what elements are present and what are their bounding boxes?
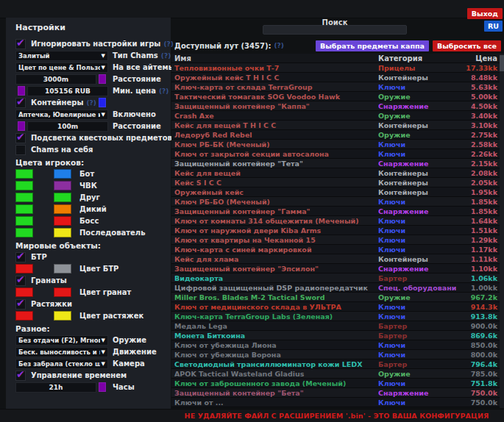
loot-filter-label: Включено: [113, 110, 156, 118]
search-input[interactable]: [263, 25, 407, 35]
follower-color-swatch-2[interactable]: [54, 228, 71, 237]
loot-row[interactable]: Тактический томагавк SOG Voodoo HawkОруж…: [171, 92, 500, 101]
language-button[interactable]: RU: [484, 21, 503, 32]
loot-filter-value: Аптечка, Ювелирные и...: [18, 111, 100, 118]
min-price-color-swatch[interactable]: [18, 86, 25, 96]
loot-row[interactable]: Светодиодный трансиллюминатор кожи LEDXБ…: [171, 360, 500, 369]
grenades-checkbox[interactable]: [15, 276, 26, 286]
pmc-color-swatch-2[interactable]: [54, 181, 71, 190]
loot-row[interactable]: Тепловизионные очки Т-7Прицелы17.33kk: [171, 63, 500, 73]
loot-row[interactable]: Ключ от убежища ВоронаКлючи800.0k: [171, 350, 500, 360]
grenade-color-swatch-1[interactable]: [15, 287, 33, 297]
loot-row[interactable]: Ключ от убежища ЛионаКлючи850.0k: [171, 340, 500, 350]
tripwire-color-swatch-1[interactable]: [15, 311, 33, 321]
camera-mode-select[interactable]: Без забрала (стекло шлема)▼: [15, 359, 108, 369]
quest-highlight: Подсветка квестовых предметов: [15, 133, 166, 143]
bot-color-swatch-2[interactable]: [54, 169, 71, 179]
boss-color-swatch-2[interactable]: [54, 216, 71, 226]
btr-checkbox[interactable]: [15, 252, 26, 262]
loot-item-category: Бартер: [378, 322, 456, 330]
btr-color-swatch-2[interactable]: [54, 264, 71, 273]
loot-row[interactable]: Защищенный контейнер "Бета"Снаряжение750…: [171, 388, 500, 398]
friend-color-swatch-1[interactable]: [15, 193, 33, 202]
ignore-game-settings-checkbox[interactable]: [15, 39, 26, 49]
loot-row[interactable]: Кейс для хламаКонтейнеры1.11kk: [171, 254, 500, 264]
scav-color-swatch-2[interactable]: [54, 204, 71, 214]
movement-mode-select[interactable]: Беск. выносливость и нет уста▼: [15, 347, 108, 357]
loot-row[interactable]: Защищенный контейнер "Эпсилон"Снаряжение…: [171, 264, 500, 273]
boss-color-swatch-1[interactable]: [15, 216, 33, 226]
loot-row[interactable]: Кейс для вещей T H I C CКонтейнеры3.10kk: [171, 121, 500, 130]
tripwires-checkbox[interactable]: [15, 299, 26, 310]
loot-row[interactable]: Miller Bros. Blades M-2 Tactical SwordОр…: [171, 293, 500, 302]
loot-item-name: Ледоруб Red Rebel: [174, 131, 378, 139]
color-mode-select[interactable]: Цвет по цене & Пользователь▼: [15, 62, 108, 73]
min-price-input[interactable]: [27, 86, 108, 96]
loot-row[interactable]: Ключ-карта с синей маркировкойКлючи1.17k…: [171, 245, 500, 254]
loot-row[interactable]: Цифровой защищенный DSP радиопередатчикС…: [171, 283, 500, 293]
loot-row[interactable]: Защищенный контейнер "Гамма"Снаряжение1.…: [171, 207, 500, 216]
drop-all-button[interactable]: Выбросить все: [433, 40, 501, 51]
loot-row[interactable]: Ключ РБ-БО (Меченый)Ключи1.85kk: [171, 197, 500, 207]
loot-item-category: Ключи: [378, 312, 456, 321]
loot-item-price: 8.48kk: [456, 74, 497, 82]
containers-checkbox[interactable]: [15, 98, 26, 108]
loot-scrollbar[interactable]: [500, 54, 504, 408]
loot-row[interactable]: APOK Tactical Wasteland GladiusОружие785…: [171, 369, 500, 379]
chams-type-select[interactable]: Залитый▼: [15, 51, 108, 61]
quest-highlight-checkbox[interactable]: [15, 133, 26, 143]
loot-item-price: 5.63kk: [456, 83, 497, 91]
loot-row[interactable]: Ключ от комнаты 314 общежития (Меченый)К…: [171, 216, 500, 226]
loot-row[interactable]: Оружейный кейс T H I C CКонтейнеры8.48kk: [171, 73, 500, 82]
hours-color-swatch[interactable]: [99, 382, 106, 392]
loot-filter-select[interactable]: Аптечка, Ювелирные и...▼: [15, 110, 108, 120]
loot-row[interactable]: Ключ-карта TerraGroup Labs (Зеленая)Ключ…: [171, 312, 500, 321]
tripwire-color-swatch-2[interactable]: [54, 311, 71, 321]
loot-row[interactable]: Монета БиткоинаБартер869.6k: [171, 331, 500, 340]
loot-row[interactable]: ВидеокартаБартер1.06kk: [171, 273, 500, 283]
loot-row[interactable]: Кейс для вещейКонтейнеры2.08kk: [171, 168, 500, 178]
loot-row[interactable]: Ледоруб Red RebelОружие2.75kk: [171, 130, 500, 140]
follower-color-swatch-1[interactable]: [15, 228, 33, 237]
scav-color-swatch-1[interactable]: [15, 204, 33, 214]
item-distance-input[interactable]: [15, 74, 96, 85]
weapon-mode-select[interactable]: Без отдачи (F2), Мгновенное п▼: [15, 335, 108, 346]
pmc-color: ЧВК: [15, 181, 166, 190]
weapon-mode: Без отдачи (F2), Мгновенное п▼Оружие: [15, 335, 166, 345]
loot-row[interactable]: Ключи от ...Ключи750.0k: [171, 398, 500, 407]
loot-row[interactable]: Ключ от заброшенного завода (Меченый)Клю…: [171, 379, 500, 388]
pmc-color-swatch-1[interactable]: [15, 181, 33, 190]
friend-color: Друг: [15, 193, 166, 202]
friend-color-swatch-2[interactable]: [54, 193, 71, 202]
loot-row[interactable]: Ключ от квартиры на Чеканной 15Ключи1.29…: [171, 235, 500, 245]
scrollbar-thumb[interactable]: [500, 55, 504, 71]
chams-self-checkbox[interactable]: [15, 145, 26, 155]
loot-row[interactable]: Защищенный контейнер "Тета"Снаряжение2.1…: [171, 159, 500, 168]
loot-row[interactable]: Ключ от наружной двери Kiba ArmsКлючи1.5…: [171, 226, 500, 235]
containers-label: Контейнеры: [31, 99, 83, 107]
containers-color-swatch[interactable]: [99, 98, 106, 107]
exit-button[interactable]: Выход: [467, 8, 503, 19]
container-distance-color-swatch[interactable]: [18, 121, 25, 131]
select-kappa-items-button[interactable]: Выбрать предметы каппа: [316, 40, 429, 51]
grenade-color-swatch-2[interactable]: [54, 287, 71, 297]
chevron-down-icon: ▼: [102, 337, 105, 343]
loot-row[interactable]: Crash AxeОружие3.40kk: [171, 111, 500, 121]
loot-row[interactable]: Медаль LegaБартер900.0k: [171, 321, 500, 331]
btr-color-swatch-1[interactable]: [15, 264, 33, 273]
loot-row[interactable]: Кейс S I C CКонтейнеры2.05kk: [171, 178, 500, 187]
loot-row[interactable]: Ключ-карта от склада TerraGroupКлючи5.63…: [171, 82, 500, 92]
loot-item-category: Спец. оборудование: [378, 284, 456, 292]
loot-row[interactable]: Защищенный контейнер "Каппа"Снаряжение4.…: [171, 101, 500, 111]
loot-row[interactable]: Ключ от медицинского склада в УЛЬТРАКлюч…: [171, 302, 500, 312]
bot-color-swatch-1[interactable]: [15, 169, 33, 179]
loot-row[interactable]: Ключ РБ-БК (Меченый)Ключи2.58kk: [171, 140, 500, 149]
hours-input[interactable]: [15, 382, 96, 393]
time-control-checkbox[interactable]: [15, 371, 26, 381]
loot-row[interactable]: Оружейный кейсКонтейнеры1.95kk: [171, 187, 500, 197]
loot-item-price: 1.10kk: [456, 265, 497, 273]
hours-label: Часы: [113, 383, 135, 391]
item-distance-color-swatch[interactable]: [99, 74, 106, 84]
container-distance-input[interactable]: [27, 121, 108, 132]
loot-row[interactable]: Ключ от закрытой секции автосалонаКлючи2…: [171, 149, 500, 159]
